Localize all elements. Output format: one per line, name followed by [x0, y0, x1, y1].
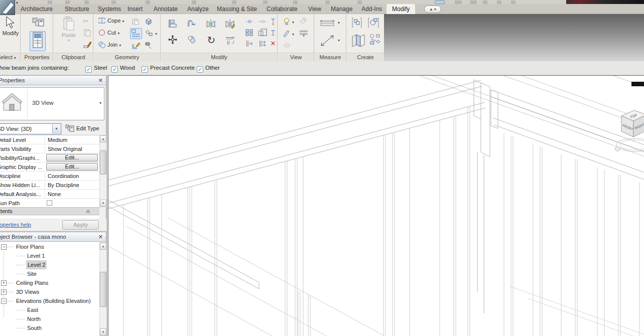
qat-icon[interactable]: [65, 1, 70, 4]
tab-manage[interactable]: Manage: [325, 4, 358, 14]
tree-item-level-2[interactable]: Level 2: [0, 260, 99, 269]
rotate-button[interactable]: ↻: [205, 34, 217, 46]
properties-panel-label[interactable]: Properties: [21, 53, 53, 61]
measure-button[interactable]: [319, 18, 336, 27]
trim-extend-multiple-button[interactable]: [257, 39, 268, 48]
qat-icon[interactable]: [511, 1, 516, 4]
application-menu-button[interactable]: [0, 0, 15, 15]
qat-icon[interactable]: [146, 1, 150, 4]
modify-panel-label[interactable]: Modify: [161, 53, 277, 61]
qat-icon[interactable]: [84, 1, 89, 4]
tree-item-3d-views[interactable]: + 3D Views: [0, 287, 99, 296]
properties-help-link[interactable]: Properties help: [0, 222, 31, 228]
scroll-down-button[interactable]: ▼: [100, 328, 106, 335]
demolish-button[interactable]: [144, 41, 153, 50]
create-parts-button[interactable]: [350, 31, 367, 48]
qat-icon[interactable]: [263, 1, 268, 4]
split-with-gap-button[interactable]: [257, 17, 268, 26]
cope-button[interactable]: Cope ▾: [98, 17, 124, 25]
split-element-button[interactable]: [244, 17, 254, 26]
move-button[interactable]: [167, 34, 178, 45]
qat-icon[interactable]: [192, 1, 196, 4]
type-properties-button[interactable]: [31, 17, 45, 30]
property-row[interactable]: Visibility/Graphi... Edit...: [0, 153, 99, 162]
qat-icon[interactable]: [483, 1, 487, 4]
tab-add-ins[interactable]: Add-Ins: [356, 4, 388, 14]
copy-to-clipboard-button[interactable]: [83, 28, 92, 37]
property-row[interactable]: Detail LevelMedium: [0, 135, 99, 144]
mirror-draw-axis-button[interactable]: [224, 18, 235, 29]
edit-profile-button[interactable]: [131, 41, 141, 51]
view-panel-label[interactable]: View: [278, 53, 314, 61]
properties-scrollbar[interactable]: ▲ ▼: [99, 135, 107, 207]
copy-button[interactable]: [186, 34, 197, 45]
tree-item-ceiling-plans[interactable]: + Ceiling Plans: [0, 278, 99, 287]
property-row[interactable]: Show Hidden Li...By Discipline: [0, 181, 99, 190]
tab-analyze[interactable]: Analyze: [182, 4, 214, 14]
hide-elements-button[interactable]: [282, 17, 291, 26]
edit-type-button[interactable]: Edit Type: [65, 124, 105, 133]
property-row[interactable]: Sun Path: [0, 199, 99, 208]
properties-palette-header[interactable]: Properties ✕: [0, 76, 106, 85]
tab-modify[interactable]: Modify: [387, 4, 415, 14]
tab-massing-site[interactable]: Massing & Site: [211, 4, 263, 14]
tab-systems[interactable]: Systems: [92, 4, 126, 14]
trim-extend-single-button[interactable]: [244, 39, 254, 48]
view-instance-caret-icon[interactable]: ▾: [52, 124, 60, 133]
beam-joins-button[interactable]: [130, 28, 142, 39]
wood-checkbox-icon[interactable]: ✓: [111, 66, 118, 73]
underlay-button[interactable]: [298, 29, 309, 38]
array-button[interactable]: [244, 28, 254, 37]
create-panel-label[interactable]: Create: [347, 53, 384, 61]
property-row[interactable]: DisciplineCoordination: [0, 172, 99, 181]
tab-insert[interactable]: Insert: [122, 4, 148, 14]
qat-icon[interactable]: [232, 1, 236, 4]
other-checkbox-icon[interactable]: ✓: [197, 66, 203, 73]
tab-structure[interactable]: Structure: [59, 4, 95, 14]
graphic-display-edit-button[interactable]: Edit...: [46, 163, 98, 171]
scrollbar-thumb[interactable]: [100, 150, 106, 175]
extents-section-header[interactable]: Extents: [0, 207, 99, 215]
sun-path-checkbox[interactable]: [47, 200, 52, 206]
project-browser-header[interactable]: Project Browser - casa mono ✕: [0, 232, 106, 242]
project-browser-scrollbar[interactable]: ▲ ▼: [99, 242, 107, 336]
qat-icon[interactable]: [111, 1, 116, 4]
tab-view[interactable]: View: [303, 4, 327, 14]
steel-checkbox-icon[interactable]: ✓: [85, 66, 92, 73]
properties-close-icon[interactable]: ✕: [98, 76, 103, 85]
property-row[interactable]: Graphic Display ... Edit...: [0, 162, 99, 172]
qat-icon-highlighted[interactable]: [435, 1, 445, 4]
panel-display-toggle-button[interactable]: ▲ ▾: [424, 6, 441, 13]
qat-icon[interactable]: [293, 1, 298, 4]
join-geometry-button[interactable]: Join ▾: [98, 41, 121, 49]
scrollbar-thumb[interactable]: [100, 272, 106, 307]
expand-expander-icon[interactable]: +: [1, 289, 7, 295]
match-type-button[interactable]: [83, 40, 92, 49]
cut-to-clipboard-icon[interactable]: ✂: [83, 17, 89, 25]
paste-aligned-button[interactable]: [131, 17, 140, 26]
collapse-expander-icon[interactable]: −: [1, 244, 7, 250]
measure-panel-label[interactable]: Measure: [315, 53, 346, 61]
tree-item-east[interactable]: East: [0, 305, 99, 314]
3d-wireframe-view[interactable]: [108, 76, 644, 336]
tree-item-elevations[interactable]: − Elevations (Building Elevation): [0, 296, 99, 305]
properties-palette-button[interactable]: [30, 31, 46, 51]
create-assembly-button[interactable]: [367, 17, 380, 29]
qat-icon[interactable]: [325, 1, 330, 4]
override-graphics-button[interactable]: [298, 17, 308, 26]
type-selector-caret-icon[interactable]: ▾: [99, 101, 101, 105]
clipboard-panel-label[interactable]: Clipboard: [54, 53, 93, 61]
pin-button[interactable]: [269, 28, 278, 37]
trim-extend-corner-button[interactable]: [224, 34, 236, 46]
paste-button[interactable]: Paste ▾: [59, 16, 79, 43]
tab-annotate[interactable]: Annotate: [148, 4, 183, 14]
checkbox-precast-concrete[interactable]: ✓Precast Concrete: [142, 65, 195, 72]
displace-elements-button[interactable]: [282, 41, 292, 50]
tab-architecture[interactable]: Architecture: [15, 4, 58, 14]
tab-collaborate[interactable]: Collaborate: [261, 4, 303, 14]
select-panel-label[interactable]: Select ▾: [0, 53, 20, 61]
tree-item-level-1[interactable]: Level 1: [0, 251, 99, 260]
scale-button[interactable]: [257, 28, 268, 37]
tree-item-site[interactable]: Site: [0, 269, 99, 278]
qat-icon[interactable]: [48, 1, 52, 4]
